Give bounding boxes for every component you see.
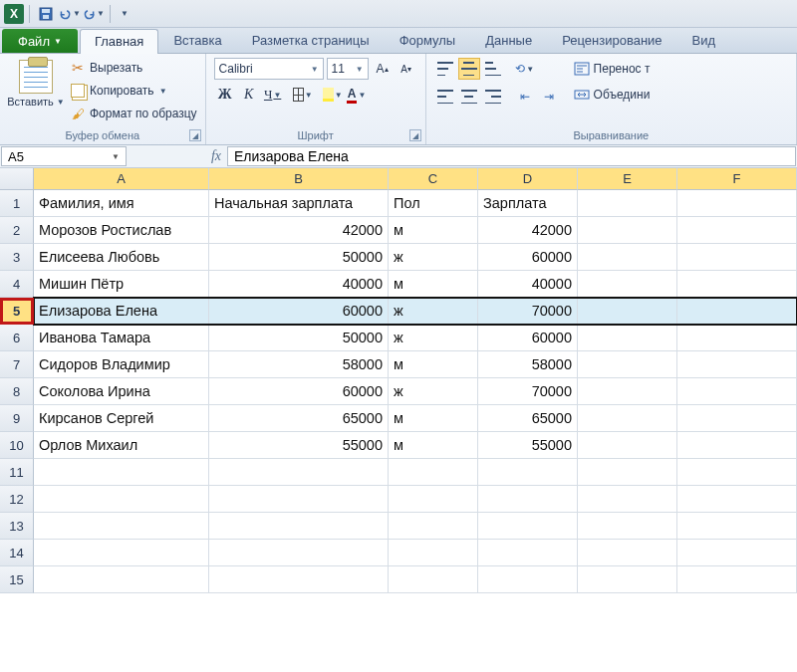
cell[interactable] <box>578 351 677 378</box>
cell[interactable]: 58000 <box>209 351 389 378</box>
redo-button[interactable]: ▼ <box>83 3 105 25</box>
align-middle-button[interactable] <box>458 58 480 80</box>
cell[interactable]: 55000 <box>478 432 578 459</box>
align-left-button[interactable] <box>434 86 456 108</box>
row-header[interactable]: 8 <box>0 378 34 405</box>
row-header[interactable]: 6 <box>0 325 34 351</box>
cell[interactable]: 58000 <box>478 351 578 378</box>
cell[interactable] <box>478 486 578 513</box>
cell[interactable]: Соколова Ирина <box>34 378 209 405</box>
cell[interactable] <box>578 298 677 325</box>
column-header-E[interactable]: E <box>578 168 677 190</box>
underline-button[interactable]: Ч▼ <box>262 84 284 106</box>
format-painter-button[interactable]: 🖌 Формат по образцу <box>70 104 197 123</box>
cell[interactable] <box>578 244 677 271</box>
border-button[interactable]: ▼ <box>292 84 314 106</box>
column-header-A[interactable]: A <box>34 168 209 190</box>
cell[interactable]: Сидоров Владимир <box>34 351 209 378</box>
shrink-font-button[interactable]: A▾ <box>396 58 417 80</box>
cell[interactable]: Мишин Пётр <box>34 271 209 298</box>
cell[interactable]: 65000 <box>478 405 578 432</box>
cell[interactable] <box>677 566 797 593</box>
undo-button[interactable]: ▼ <box>59 3 81 25</box>
cell[interactable]: 60000 <box>209 378 389 405</box>
cell[interactable]: Кирсанов Сергей <box>34 405 209 432</box>
cell[interactable] <box>578 271 677 298</box>
cell[interactable]: 40000 <box>209 271 389 298</box>
row-header[interactable]: 15 <box>0 566 34 593</box>
tab-file[interactable]: Файл▼ <box>2 29 78 53</box>
cell[interactable] <box>478 566 578 593</box>
column-header-D[interactable]: D <box>478 168 578 190</box>
cell[interactable] <box>578 513 677 540</box>
row-header[interactable]: 10 <box>0 432 34 459</box>
row-header[interactable]: 1 <box>0 190 34 217</box>
tab-home[interactable]: Главная <box>80 29 158 54</box>
cell[interactable]: м <box>389 432 478 459</box>
cell[interactable]: 60000 <box>209 298 389 325</box>
merge-center-button[interactable]: Объедини <box>574 84 651 106</box>
cell[interactable]: ж <box>389 325 478 351</box>
align-bottom-button[interactable] <box>482 58 504 80</box>
tab-view[interactable]: Вид <box>677 28 731 53</box>
cell[interactable] <box>209 513 389 540</box>
column-header-F[interactable]: F <box>677 168 797 190</box>
cell[interactable] <box>34 459 209 486</box>
cell[interactable] <box>677 540 797 566</box>
bold-button[interactable]: Ж <box>214 84 236 106</box>
cell[interactable] <box>677 405 797 432</box>
name-box[interactable]: A5▼ <box>1 146 127 166</box>
cell[interactable]: Пол <box>389 190 478 217</box>
cell[interactable] <box>677 244 797 271</box>
cell[interactable] <box>677 378 797 405</box>
cell[interactable] <box>677 190 797 217</box>
cell[interactable] <box>389 459 478 486</box>
fx-button[interactable]: fx <box>211 148 221 164</box>
row-header[interactable]: 7 <box>0 351 34 378</box>
cell[interactable]: 70000 <box>478 298 578 325</box>
fill-color-button[interactable]: ▼ <box>322 84 344 106</box>
cell[interactable]: 70000 <box>478 378 578 405</box>
cell[interactable] <box>677 459 797 486</box>
cell[interactable] <box>209 566 389 593</box>
customize-qat-button[interactable]: ▼ <box>117 5 133 22</box>
cell[interactable]: 50000 <box>209 325 389 351</box>
cell[interactable] <box>677 271 797 298</box>
cell[interactable] <box>677 432 797 459</box>
cell[interactable] <box>34 566 209 593</box>
cell[interactable]: 50000 <box>209 244 389 271</box>
row-header[interactable]: 4 <box>0 271 34 298</box>
cell[interactable] <box>677 298 797 325</box>
cell[interactable] <box>677 513 797 540</box>
italic-button[interactable]: К <box>238 84 260 106</box>
row-header[interactable]: 3 <box>0 244 34 271</box>
cell[interactable]: м <box>389 217 478 244</box>
cell[interactable] <box>677 351 797 378</box>
cell[interactable] <box>578 378 677 405</box>
font-dialog-launcher[interactable]: ◢ <box>409 129 421 141</box>
paste-button[interactable]: Вставить▼ <box>8 58 64 110</box>
grow-font-button[interactable]: A▴ <box>372 58 394 80</box>
cell[interactable] <box>478 540 578 566</box>
align-right-button[interactable] <box>482 86 504 108</box>
font-family-combo[interactable]: Calibri▼ <box>214 58 324 80</box>
cell[interactable]: 60000 <box>478 325 578 351</box>
wrap-text-button[interactable]: Перенос т <box>574 58 651 80</box>
cell[interactable] <box>389 486 478 513</box>
cell[interactable]: 55000 <box>209 432 389 459</box>
cell[interactable]: 42000 <box>478 217 578 244</box>
cell[interactable]: м <box>389 405 478 432</box>
cell[interactable] <box>209 540 389 566</box>
cell[interactable]: ж <box>389 378 478 405</box>
cell[interactable] <box>578 432 677 459</box>
font-size-combo[interactable]: 11▼ <box>327 58 369 80</box>
orientation-button[interactable]: ⟲▼ <box>514 58 536 80</box>
column-header-B[interactable]: B <box>209 168 389 190</box>
cell[interactable]: м <box>389 351 478 378</box>
cell[interactable] <box>578 190 677 217</box>
cell[interactable]: ж <box>389 244 478 271</box>
cell[interactable]: м <box>389 271 478 298</box>
row-header[interactable]: 14 <box>0 540 34 566</box>
cell[interactable]: Орлов Михаил <box>34 432 209 459</box>
cell[interactable] <box>578 405 677 432</box>
